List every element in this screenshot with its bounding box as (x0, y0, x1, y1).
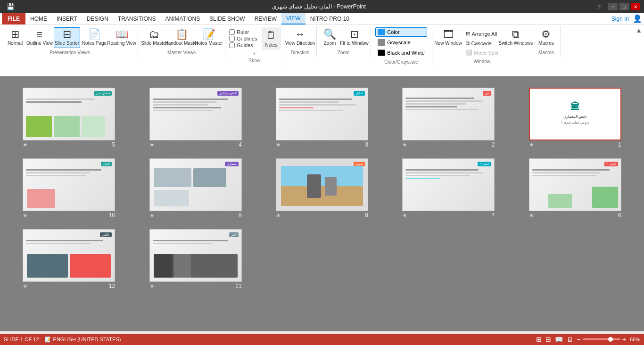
zoom-minus-button[interactable]: − (577, 336, 581, 343)
zoom-plus-button[interactable]: + (622, 336, 626, 343)
slide-thumb-11[interactable]: اخیر ★ 11 (136, 229, 255, 290)
slide-sorter-status-icon[interactable]: ⊟ (545, 336, 551, 343)
reading-view-status-icon[interactable]: 📖 (555, 336, 563, 343)
new-window-button[interactable]: 🗔 New Window (435, 27, 462, 48)
slide-lines-2 (405, 98, 491, 110)
menu-slideshow[interactable]: SLIDE SHOW (205, 13, 249, 25)
slide-star-6: ★ (529, 212, 534, 219)
zoom-button[interactable]: 🔍 Zoom (320, 27, 340, 48)
slide-preview-10[interactable]: المان (23, 158, 115, 211)
slide-master-button[interactable]: 🗂 Slide Master (141, 27, 167, 48)
slide-footer-2: ★ 2 (402, 140, 495, 149)
zoom-slider[interactable]: − + (577, 336, 626, 343)
presentation-views-label: Presentation Views (50, 48, 90, 57)
quick-access-toolbar[interactable]: 💾 ↩ ↪ ▾ (4, 2, 41, 11)
show-group: Ruler Gridlines Guides 🗒 Notes ▾ Show (225, 26, 284, 65)
menu-view[interactable]: VIEW (281, 13, 305, 25)
arrange-all-button[interactable]: ⊞ Arrange All (463, 29, 501, 38)
slide-star-12: ★ (23, 283, 28, 289)
slide-preview-12[interactable]: عکس (23, 229, 115, 282)
slide-thumb-4[interactable]: المان خیابانی ★ 4 (136, 88, 255, 149)
guides-check[interactable]: Guides (229, 42, 257, 48)
slide-sorter-button[interactable]: ⊟ Slide Sorter (54, 27, 80, 48)
slide-preview-6[interactable]: المان ۲ (529, 158, 621, 211)
menu-design[interactable]: DESIGN (82, 13, 113, 25)
slide-preview-7[interactable]: المان ۳ (402, 158, 495, 211)
slide-thumb-9[interactable]: معماری ★ 9 (136, 158, 255, 220)
qat-dropdown[interactable]: ▾ (36, 4, 39, 9)
slide-thumb-2[interactable]: اول ★ 2 (389, 88, 508, 149)
show-dialog-launcher[interactable]: ▾ (253, 51, 256, 56)
close-button[interactable]: ✕ (631, 3, 640, 10)
notes-master-button[interactable]: 📝 Notes Master (196, 27, 222, 48)
menu-insert[interactable]: INSERT (52, 13, 82, 25)
menu-review[interactable]: REVIEW (250, 13, 281, 25)
ribbon-collapse-button[interactable]: ▲ (636, 26, 642, 34)
normal-view-button[interactable]: ⊞ Normal (5, 27, 25, 48)
menu-transitions[interactable]: TRANSITIONS (113, 13, 161, 25)
notes-page-button[interactable]: 📄 Notes Page (81, 27, 107, 48)
fit-to-window-button[interactable]: ⊡ Fit to Window (341, 27, 368, 48)
slide-preview-11[interactable]: اخیر (149, 229, 242, 282)
notes-button[interactable]: 🗒 Notes (262, 27, 281, 49)
macros-group: ⚙ Macros Macros (532, 26, 561, 57)
slide-thumb-12[interactable]: عکس ★ 12 (9, 229, 128, 290)
view-direction-button[interactable]: ↔ View Direction (287, 27, 314, 48)
slide-num-4: 4 (239, 141, 242, 148)
arrange-all-icon: ⊞ (466, 31, 470, 37)
slide-thumb-3[interactable]: تحلیل ★ 3 (263, 88, 381, 149)
undo-button[interactable]: ↩ (17, 2, 25, 11)
window-controls[interactable]: ─ □ ✕ (608, 3, 640, 10)
slide-footer-3: ★ 3 (276, 140, 368, 149)
slide-footer-10: ★ 10 (23, 211, 115, 220)
black-white-option[interactable]: Black and White (375, 48, 427, 58)
redo-button[interactable]: ↪ (27, 2, 34, 11)
slide-star-11: ★ (149, 283, 155, 289)
ruler-checkbox[interactable] (229, 29, 235, 35)
save-button[interactable]: 💾 (6, 2, 16, 11)
guides-checkbox[interactable] (229, 42, 235, 48)
slide-thumb-10[interactable]: المان ★ 10 (9, 158, 128, 220)
slide-master-icon: 🗂 (149, 29, 159, 40)
slide-thumb-7[interactable]: المان ۳ ★ 7 (389, 158, 508, 220)
slide-preview-4[interactable]: المان خیابانی (149, 88, 242, 140)
slide-thumb-1[interactable]: 🏛 دانش المعماریدروس عملی سری ۱ ★ 1 (516, 88, 635, 149)
ruler-check[interactable]: Ruler (229, 29, 257, 35)
file-menu[interactable]: FILE (2, 13, 25, 25)
language-indicator: 📝 ENGLISH (UNITED STATES) (45, 337, 121, 343)
slide-inner-7: المان ۳ (403, 159, 494, 211)
cascade-button[interactable]: ⧉ Cascade (463, 39, 501, 48)
slide-preview-8[interactable]: نمونه (276, 158, 368, 211)
switch-windows-button[interactable]: ⧉ Switch Windows (503, 27, 529, 48)
slide-thumb-8[interactable]: نمونه ★ 8 (263, 158, 381, 220)
slide-inner-4: المان خیابانی (150, 88, 241, 140)
gridlines-check[interactable]: Gridlines (229, 36, 257, 41)
menu-nitro[interactable]: NITRO PRO 10 (305, 13, 354, 25)
slide-preview-3[interactable]: تحلیل (276, 88, 368, 140)
presenter-view-status-icon[interactable]: 🖥 (567, 336, 573, 343)
outline-view-button[interactable]: ≡ Outline View (26, 27, 53, 48)
help-icon[interactable]: ? (597, 3, 601, 10)
maximize-button[interactable]: □ (619, 3, 629, 10)
menu-animations[interactable]: ANIMATIONS (160, 13, 205, 25)
status-right: ⊞ ⊟ 📖 🖥 − + 66% (536, 336, 640, 343)
normal-view-status-icon[interactable]: ⊞ (536, 336, 542, 343)
sign-in-button[interactable]: Sign In (611, 16, 629, 22)
color-option[interactable]: Color (375, 27, 427, 37)
slide-star-10: ★ (23, 212, 28, 219)
move-split-button[interactable]: ⬜ Move Split (463, 48, 501, 57)
zoom-level[interactable]: 66% (630, 337, 640, 342)
slide-preview-1[interactable]: 🏛 دانش المعماریدروس عملی سری ۱ (529, 88, 621, 140)
slide-preview-2[interactable]: اول (402, 88, 495, 140)
gridlines-checkbox[interactable] (229, 36, 235, 41)
menu-home[interactable]: HOME (25, 13, 52, 25)
reading-view-button[interactable]: 📖 Reading View (108, 27, 135, 48)
slide-thumb-6[interactable]: المان ۲ ★ 6 (516, 158, 635, 220)
handout-master-button[interactable]: 📋 Handout Master (168, 27, 195, 48)
slide-preview-5[interactable]: فضای سبز (23, 88, 115, 140)
slide-thumb-5[interactable]: فضای سبز ★ 5 (9, 88, 128, 149)
macros-button[interactable]: ⚙ Macros (536, 27, 556, 48)
slide-preview-9[interactable]: معماری (149, 158, 242, 211)
minimize-button[interactable]: ─ (608, 3, 618, 10)
grayscale-option[interactable]: Grayscale (375, 38, 427, 47)
